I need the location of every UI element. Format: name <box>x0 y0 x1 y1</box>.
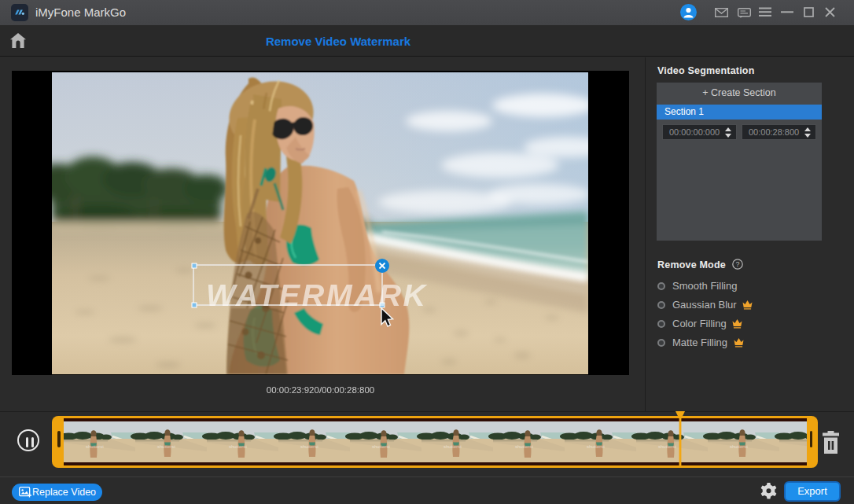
svg-text:shutterst: shutterst <box>372 444 390 449</box>
svg-text:shutterst: shutterst <box>229 444 247 449</box>
svg-text:shutterst: shutterst <box>300 444 318 449</box>
svg-text:shutterst: shutterst <box>157 444 175 449</box>
svg-text:shutterst: shutterst <box>587 444 605 449</box>
svg-text:shutterst: shutterst <box>444 444 462 449</box>
svg-text:shutterst: shutterst <box>515 444 533 449</box>
svg-text:shutterst: shutterst <box>730 444 748 449</box>
svg-text:shutterst: shutterst <box>86 444 104 449</box>
svg-text:?: ? <box>735 260 739 268</box>
